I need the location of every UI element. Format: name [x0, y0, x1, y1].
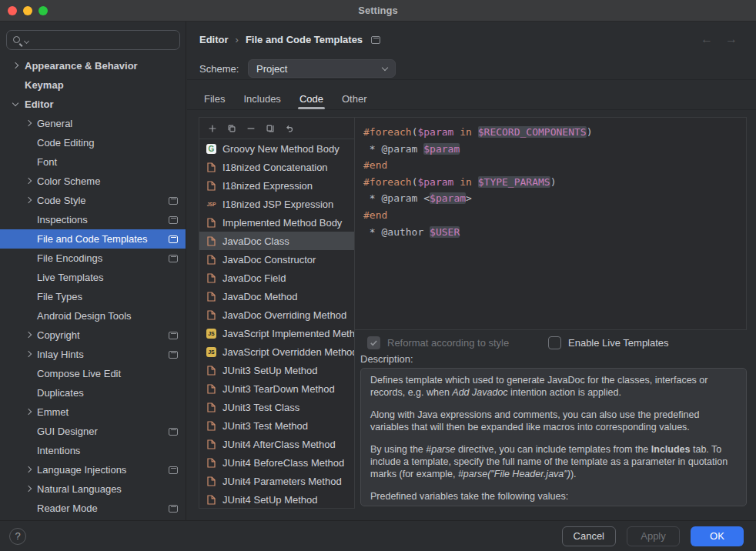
chevron-right-icon[interactable]: [12, 62, 18, 68]
template-item-javadoc-method[interactable]: JavaDoc Method: [199, 287, 354, 306]
sidebar-item-emmet[interactable]: Emmet: [0, 402, 186, 422]
template-item-javadoc-overriding-method[interactable]: JavaDoc Overriding Method: [199, 306, 354, 324]
template-item-junit4-setup-method[interactable]: JUnit4 SetUp Method: [199, 490, 354, 508]
template-item-javadoc-constructor[interactable]: JavaDoc Constructor: [199, 250, 354, 269]
chevron-right-icon[interactable]: [25, 486, 32, 492]
sidebar-item-duplicates[interactable]: Duplicates: [0, 383, 186, 402]
breadcrumb-current: File and Code Templates: [246, 34, 363, 45]
scheme-selected-value: Project: [256, 63, 287, 75]
tab-includes[interactable]: Includes: [234, 89, 289, 109]
sidebar-item-live-templates[interactable]: Live Templates: [0, 268, 186, 287]
ok-button[interactable]: OK: [691, 526, 744, 546]
template-item-implemented-method-body[interactable]: Implemented Method Body: [199, 213, 354, 232]
apply-button[interactable]: Apply: [627, 526, 680, 546]
template-item-label: I18nized JSP Expression: [222, 199, 333, 210]
template-file-icon: [206, 292, 217, 302]
sidebar-item-file-encodings[interactable]: File Encodings: [0, 249, 186, 268]
template-item-i18nized-concatenation[interactable]: I18nized Concatenation: [199, 158, 354, 176]
template-item-junit4-parameters-method[interactable]: JUnit4 Parameters Method: [199, 472, 354, 490]
create-child-template-button[interactable]: [226, 122, 238, 135]
sidebar-item-font[interactable]: Font: [0, 152, 186, 172]
chevron-right-icon[interactable]: [25, 178, 32, 184]
template-item-groovy-new-method-body[interactable]: GGroovy New Method Body: [199, 139, 354, 158]
sidebar-item-file-and-code-templates[interactable]: File and Code Templates: [0, 229, 186, 249]
help-button[interactable]: ?: [9, 528, 26, 545]
sidebar-item-label: GUI Designer: [37, 426, 98, 437]
sidebar-item-editor[interactable]: Editor: [0, 95, 186, 114]
chevron-right-icon[interactable]: [25, 409, 32, 415]
sidebar-item-language-injections[interactable]: Language Injections: [0, 460, 186, 479]
copy-template-button[interactable]: [264, 122, 276, 135]
template-item-javascript-implemented-method[interactable]: JSJavaScript Implemented Method: [199, 324, 354, 342]
sidebar-item-keymap[interactable]: Keymap: [0, 75, 186, 95]
sidebar-item-compose-live-edit[interactable]: Compose Live Edit: [0, 364, 186, 383]
template-item-i18nized-expression[interactable]: I18nized Expression: [199, 176, 354, 195]
minimize-window-button[interactable]: [23, 6, 32, 15]
template-item-junit3-teardown-method[interactable]: JUnit3 TearDown Method: [199, 379, 354, 398]
template-file-icon: [206, 495, 217, 505]
sidebar-item-file-types[interactable]: File Types: [0, 287, 186, 306]
add-template-button[interactable]: [206, 122, 219, 135]
sidebar-item-label: Language Injections: [37, 464, 126, 476]
template-file-icon: [206, 255, 217, 265]
fullscreen-window-button[interactable]: [38, 6, 48, 15]
sidebar-item-natural-languages[interactable]: Natural Languages: [0, 479, 186, 499]
settings-search-field[interactable]: [6, 30, 180, 50]
sidebar-item-code-editing[interactable]: Code Editing: [0, 133, 186, 152]
forward-icon[interactable]: →: [725, 33, 738, 45]
template-item-label: JavaDoc Overriding Method: [222, 309, 346, 321]
sidebar-item-intentions[interactable]: Intentions: [0, 441, 186, 460]
template-item-label: JavaScript Overridden Method: [222, 346, 354, 358]
chevron-right-icon[interactable]: [25, 332, 32, 338]
template-item-junit4-beforeclass-method[interactable]: JUnit4 BeforeClass Method: [199, 453, 354, 472]
tab-files[interactable]: Files: [195, 89, 234, 109]
reset-to-default-button[interactable]: [283, 122, 296, 135]
code-line: * @param <$param>: [363, 190, 740, 207]
search-icon: [13, 36, 20, 43]
live-templates-checkbox[interactable]: [548, 336, 561, 349]
project-override-icon: [169, 235, 178, 243]
template-file-icon: [206, 384, 217, 394]
template-item-junit4-afterclass-method[interactable]: JUnit4 AfterClass Method: [199, 435, 354, 453]
sidebar-item-copyright[interactable]: Copyright: [0, 326, 186, 345]
template-item-javadoc-field[interactable]: JavaDoc Field: [199, 269, 354, 287]
template-item-javadoc-class[interactable]: JavaDoc Class: [199, 232, 354, 250]
chevron-right-icon[interactable]: [25, 120, 32, 126]
template-item-junit3-test-class[interactable]: JUnit3 Test Class: [199, 398, 354, 416]
back-icon[interactable]: ←: [701, 33, 713, 45]
scheme-select[interactable]: Project: [248, 59, 396, 78]
sidebar-item-code-style[interactable]: Code Style: [0, 191, 186, 210]
template-item-junit3-test-method[interactable]: JUnit3 Test Method: [199, 416, 354, 435]
chevron-right-icon[interactable]: [25, 197, 32, 203]
description-panel: Defines template which used to generate …: [360, 368, 747, 506]
sidebar-item-color-scheme[interactable]: Color Scheme: [0, 172, 186, 191]
breadcrumb-editor[interactable]: Editor: [199, 34, 229, 45]
chevron-right-icon[interactable]: [25, 466, 32, 473]
sidebar-item-gui-designer[interactable]: GUI Designer: [0, 422, 186, 441]
sidebar-item-reader-mode[interactable]: Reader Mode: [0, 499, 186, 518]
sidebar-item-android-design-tools[interactable]: Android Design Tools: [0, 306, 186, 326]
sidebar-item-general[interactable]: General: [0, 114, 186, 133]
cancel-button[interactable]: Cancel: [562, 526, 616, 546]
footer-buttons: Cancel Apply OK: [562, 526, 744, 546]
template-item-label: Groovy New Method Body: [222, 143, 340, 155]
template-list: GGroovy New Method BodyI18nized Concaten…: [199, 139, 354, 508]
template-file-icon: [206, 402, 217, 412]
template-item-i18nized-jsp-expression[interactable]: JSPI18nized JSP Expression: [199, 195, 354, 213]
template-editor[interactable]: #foreach($param in $RECORD_COMPONENTS) *…: [355, 117, 747, 330]
close-window-button[interactable]: [8, 6, 17, 15]
template-toolbar: [199, 118, 354, 139]
sidebar-item-inspections[interactable]: Inspections: [0, 210, 186, 229]
groovy-file-icon: G: [206, 144, 217, 154]
remove-template-button[interactable]: [245, 122, 257, 135]
chevron-right-icon[interactable]: [25, 351, 32, 357]
reformat-checkbox[interactable]: [367, 336, 380, 349]
search-input[interactable]: [35, 32, 175, 48]
sidebar-item-appearance-behavior[interactable]: Appearance & Behavior: [0, 56, 186, 75]
tab-code[interactable]: Code: [290, 89, 333, 109]
chevron-down-icon[interactable]: [12, 100, 18, 106]
template-item-javascript-overridden-method[interactable]: JSJavaScript Overridden Method: [199, 342, 354, 361]
sidebar-item-inlay-hints[interactable]: Inlay Hints: [0, 345, 186, 364]
template-item-junit3-setup-method[interactable]: JUnit3 SetUp Method: [199, 361, 354, 379]
tab-other[interactable]: Other: [333, 89, 376, 109]
